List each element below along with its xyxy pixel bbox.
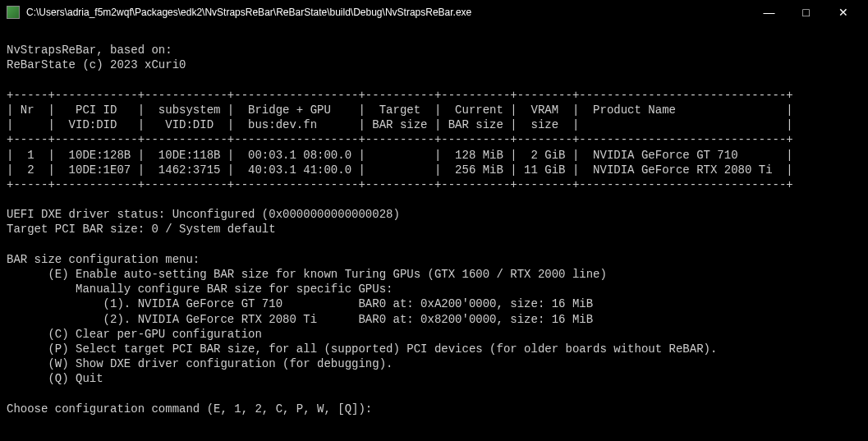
menu-option-q: (Q) Quit [7,372,103,385]
menu-option-c: (C) Clear per-GPU configuration [7,328,262,341]
maximize-button[interactable]: □ [788,0,824,25]
table-header-row-2: | | VID:DID | VID:DID | bus:dev.fn | BAR… [7,118,793,131]
table-data-row-2: | 2 | 10DE:1E07 | 1462:3715 | 40:03.1 41… [7,163,793,177]
table-header-row-1: | Nr | PCI ID | subsystem | Bridge + GPU… [7,103,793,117]
app-icon [7,6,20,19]
title-bar-left: C:\Users\adria_f5m2wqf\Packages\edk2\NvS… [7,6,471,19]
table-border-bottom: +-----+------------+------------+-------… [7,178,793,191]
header-line-2: ReBarState (c) 2023 xCuri0 [7,58,186,71]
window-title: C:\Users\adria_f5m2wqf\Packages\edk2\NvS… [26,7,471,18]
window-controls: — □ ✕ [751,0,861,25]
minimize-button[interactable]: — [751,0,788,25]
menu-title: BAR size configuration menu: [7,253,200,266]
menu-option-1: (1). NVIDIA GeForce GT 710 BAR0 at: 0xA2… [7,297,593,310]
table-border-top: +-----+------------+------------+-------… [7,89,793,102]
table-data-row-1: | 1 | 10DE:128B | 10DE:118B | 00:03.1 08… [7,149,793,162]
prompt-text[interactable]: Choose configuration command (E, 1, 2, C… [7,402,372,416]
menu-option-p: (P) Select target PCI BAR size, for all … [7,342,717,356]
window-title-bar: C:\Users\adria_f5m2wqf\Packages\edk2\NvS… [0,0,868,25]
terminal-output: NvStrapsReBar, based on: ReBarState (c) … [0,25,868,420]
menu-option-2: (2). NVIDIA GeForce RTX 2080 Ti BAR0 at:… [7,313,593,326]
menu-option-e: (E) Enable auto-setting BAR size for kno… [7,268,607,281]
menu-option-w: (W) Show DXE driver configuration (for d… [7,357,393,370]
menu-manual-header: Manually configure BAR size for specific… [7,283,393,296]
close-button[interactable]: ✕ [824,0,861,25]
status-line-2: Target PCI BAR size: 0 / System default [7,223,276,236]
table-border-mid: +-----+------------+------------+-------… [7,133,793,146]
status-line-1: UEFI DXE driver status: Unconfigured (0x… [7,208,400,221]
header-line-1: NvStrapsReBar, based on: [7,44,172,57]
